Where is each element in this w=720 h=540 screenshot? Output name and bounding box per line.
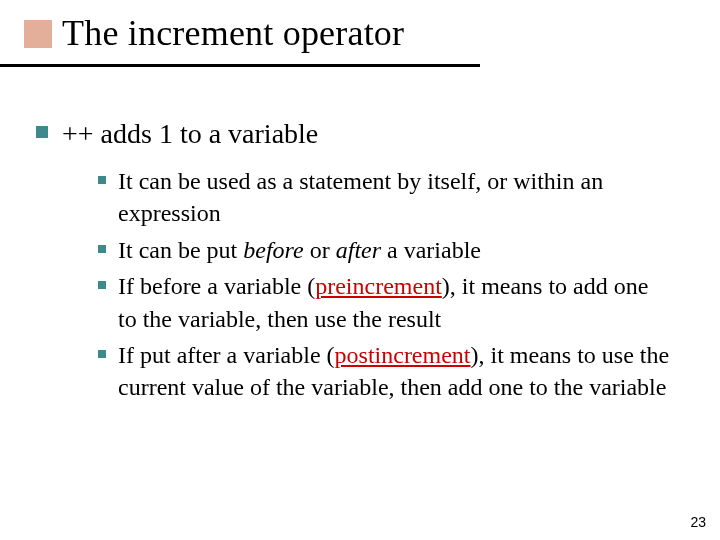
postincrement-term: postincrement [335, 342, 471, 368]
sub-bullet-text: It can be used as a statement by itself,… [118, 165, 670, 230]
title-bullet-icon [24, 20, 52, 48]
slide-title: The increment operator [62, 12, 404, 54]
square-bullet-icon [98, 245, 106, 253]
bullet-level1: ++ adds 1 to a variable [36, 116, 670, 151]
square-bullet-icon [98, 350, 106, 358]
title-row: The increment operator [0, 0, 720, 54]
square-bullet-icon [98, 176, 106, 184]
sub-bullet-text: If put after a variable (postincrement),… [118, 339, 670, 404]
sub-bullet-text: It can be put before or after a variable [118, 234, 481, 266]
preincrement-term: preincrement [315, 273, 442, 299]
sub-bullet-text: If before a variable (preincrement), it … [118, 270, 670, 335]
list-item: It can be used as a statement by itself,… [98, 165, 670, 230]
slide-body: ++ adds 1 to a variable It can be used a… [36, 116, 670, 408]
page-number: 23 [690, 514, 706, 530]
slide: The increment operator ++ adds 1 to a va… [0, 0, 720, 540]
square-bullet-icon [98, 281, 106, 289]
main-bullet-text: ++ adds 1 to a variable [62, 116, 318, 151]
sub-bullet-list: It can be used as a statement by itself,… [98, 165, 670, 404]
square-bullet-icon [36, 126, 48, 138]
list-item: If before a variable (preincrement), it … [98, 270, 670, 335]
title-underline [0, 64, 480, 67]
list-item: It can be put before or after a variable [98, 234, 670, 266]
list-item: If put after a variable (postincrement),… [98, 339, 670, 404]
